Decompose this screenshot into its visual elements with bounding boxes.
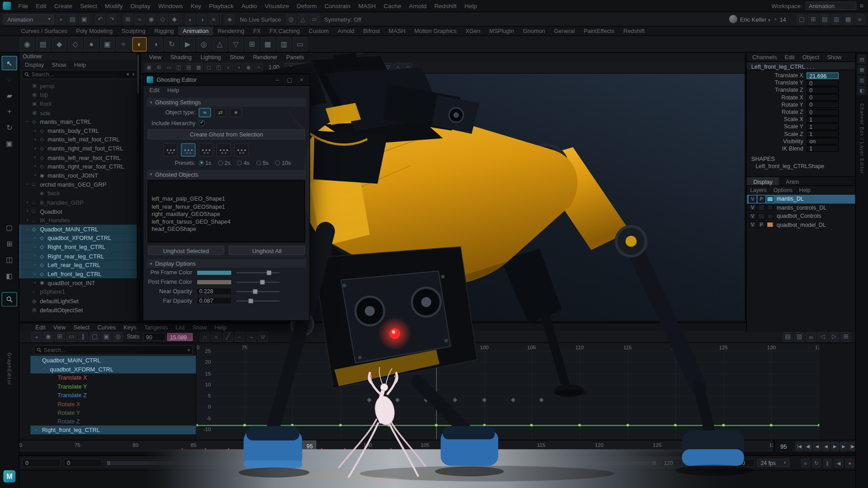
- ghosted-object-item[interactable]: left_max_palp_GEO_Shape1: [148, 195, 304, 203]
- shelf-tab[interactable]: Bifrost: [359, 27, 384, 36]
- ghosted-objects-section[interactable]: Ghosted Objects: [146, 170, 306, 179]
- graph-editor-menu-item[interactable]: Help: [211, 324, 231, 330]
- infinity-icon[interactable]: ∞: [806, 332, 816, 342]
- layer-visibility-toggle[interactable]: V: [749, 213, 756, 220]
- set-key-icon[interactable]: ◆: [52, 37, 66, 51]
- menu-item[interactable]: Key: [187, 0, 205, 12]
- outliner-item[interactable]: + ◇ mantis_body_CTRL: [19, 126, 140, 135]
- pre-infinity-icon[interactable]: ◁: [818, 332, 828, 342]
- set-breakdown-icon[interactable]: ◇: [68, 37, 83, 51]
- anim-snapshot-icon[interactable]: ◎: [197, 37, 211, 51]
- menu-set-select[interactable]: Animation: [3, 14, 54, 24]
- layer-row[interactable]: V quadbot_Controls: [747, 212, 855, 221]
- motion-trail-icon[interactable]: ≈: [116, 37, 131, 51]
- safe-action-icon[interactable]: ◻: [204, 63, 213, 72]
- wireframe-shaded-icon[interactable]: △: [394, 63, 403, 72]
- range-start-handle[interactable]: [107, 460, 110, 465]
- ghosted-object-item[interactable]: head_GEOShape: [148, 225, 304, 233]
- menu-item[interactable]: Cache: [380, 0, 405, 12]
- snap-plane-icon[interactable]: ◇: [158, 14, 168, 24]
- graph-playhead[interactable]: [436, 343, 437, 439]
- auto-tangent-icon[interactable]: ∩: [200, 332, 210, 342]
- outliner-item[interactable]: ▣ front: [19, 99, 140, 108]
- outliner-item[interactable]: ▣ side: [19, 108, 140, 117]
- shelf-tab[interactable]: Curves / Surfaces: [17, 27, 72, 36]
- attribute-editor-toggle-icon[interactable]: ▥: [831, 14, 841, 24]
- menu-item[interactable]: Windows: [154, 0, 187, 12]
- post-frame-color-slider[interactable]: [236, 279, 280, 285]
- ghosted-objects-list[interactable]: left_max_palp_GEO_Shape1left_rear_femur_…: [148, 180, 305, 242]
- create-clip-icon[interactable]: ▣: [100, 37, 115, 51]
- layout-two-icon[interactable]: ◫: [2, 252, 17, 267]
- menu-item[interactable]: Audio: [237, 0, 261, 12]
- outliner-item[interactable]: + ◇ mantis_left_mid_foot_CTRL: [19, 135, 140, 144]
- shelf-tab[interactable]: Rigging: [150, 27, 178, 36]
- ghosted-object-item[interactable]: right_maxillary_GEOShape: [148, 210, 304, 218]
- workspace-menu-icon[interactable]: ≡: [855, 14, 865, 24]
- outliner-item[interactable]: ◎ defaultObjectSet: [19, 305, 140, 314]
- expand-toggle[interactable]: +: [33, 263, 38, 267]
- field-chart-icon[interactable]: ▦: [194, 63, 203, 72]
- hik-icon[interactable]: ▦: [261, 37, 275, 51]
- layer-visibility-toggle[interactable]: V: [749, 221, 756, 228]
- expand-toggle[interactable]: −: [25, 227, 30, 232]
- snap-curve-icon[interactable]: ≈: [135, 14, 145, 24]
- viewport-menu-item[interactable]: Lighting: [196, 54, 226, 61]
- menu-item[interactable]: Arnold: [405, 0, 430, 12]
- keyframe-dot[interactable]: [770, 424, 773, 427]
- separator[interactable]: [91, 14, 94, 23]
- viewport-menu-item[interactable]: Panels: [282, 54, 308, 61]
- gate-mask-icon[interactable]: ▤: [184, 63, 193, 72]
- ghost-range-preset-icon[interactable]: [199, 143, 213, 156]
- pose-editor-icon[interactable]: ▭: [293, 37, 307, 51]
- shelf-tab[interactable]: MASH: [384, 27, 410, 36]
- four-pane-icon[interactable]: ⊞: [808, 14, 818, 24]
- go-to-start-button[interactable]: |◀: [796, 442, 803, 451]
- insert-keys-icon[interactable]: ◉: [43, 332, 53, 342]
- layer-color-swatch[interactable]: [767, 213, 774, 219]
- selected-node-name[interactable]: Left_front_leg_CTRL . . .: [747, 61, 855, 70]
- paint-select-tool[interactable]: ▰: [2, 88, 17, 103]
- snap-grid-icon[interactable]: ⊞: [123, 14, 133, 24]
- channel-label[interactable]: Rotate Y: [747, 102, 807, 108]
- redo-icon[interactable]: ↷: [107, 14, 117, 24]
- center-current-icon[interactable]: ◎: [113, 332, 123, 342]
- graph-editor-menu-item[interactable]: Show: [189, 324, 211, 330]
- open-scene-icon[interactable]: ▤: [67, 14, 77, 24]
- play-forwards-button[interactable]: ▶: [831, 442, 839, 451]
- outliner-item[interactable]: + ◇ mantis_left_rear_foot_CTRL: [19, 153, 140, 162]
- live-surface-status[interactable]: No Live Surface: [236, 16, 284, 23]
- lattice-keys-icon[interactable]: ⊞: [55, 332, 65, 342]
- save-scene-icon[interactable]: ▣: [79, 14, 89, 24]
- shape-name[interactable]: Left_front_leg_CTRLShape: [747, 163, 855, 171]
- channel-value-field[interactable]: 1: [807, 131, 839, 137]
- layout-single-icon[interactable]: ▢: [2, 220, 17, 235]
- layout-four-icon[interactable]: ⊞: [2, 236, 17, 251]
- animation-curve[interactable]: [197, 425, 820, 426]
- channel-value-field[interactable]: 0: [807, 109, 839, 116]
- layer-editor-tab-icon[interactable]: ▦: [858, 65, 867, 74]
- channel-value-field[interactable]: 0: [807, 94, 839, 101]
- xray-icon[interactable]: ▽: [384, 63, 393, 72]
- expand-toggle[interactable]: +: [35, 427, 40, 432]
- shelf-tab[interactable]: XGen: [461, 27, 485, 36]
- menu-item[interactable]: Help: [461, 0, 481, 12]
- shadows-icon[interactable]: ◑: [234, 63, 243, 72]
- layer-playback-toggle[interactable]: [758, 204, 765, 211]
- keyframe-dot[interactable]: [291, 424, 294, 427]
- keyframe-dot[interactable]: [339, 424, 342, 427]
- graph-tree-row[interactable]: − Quadbot_MAIN_CTRL: [30, 356, 196, 364]
- layer-editor-tab[interactable]: Display: [747, 177, 779, 185]
- channel-label[interactable]: IK Blend: [747, 145, 807, 151]
- workspace-select[interactable]: Animation: [806, 2, 857, 10]
- ghosted-object-item[interactable]: left_front_tarsus_GEO_Shape4: [148, 218, 304, 225]
- outliner-item[interactable]: − ◇ mantis_main_CTRL: [19, 117, 140, 126]
- stats-frame-field[interactable]: 90: [143, 333, 165, 341]
- shelf-tab[interactable]: Custom: [304, 27, 333, 36]
- channel-box-toggle-icon[interactable]: ▦: [843, 14, 853, 24]
- outliner-item[interactable]: + ◉ mantis_root_JOINT: [19, 171, 140, 180]
- graph-tree-row[interactable]: Translate Y: [30, 382, 196, 390]
- keyframe-dot[interactable]: [243, 424, 246, 427]
- layer-editor-menu-item[interactable]: Options: [770, 187, 796, 192]
- menu-item[interactable]: Playback: [205, 0, 238, 12]
